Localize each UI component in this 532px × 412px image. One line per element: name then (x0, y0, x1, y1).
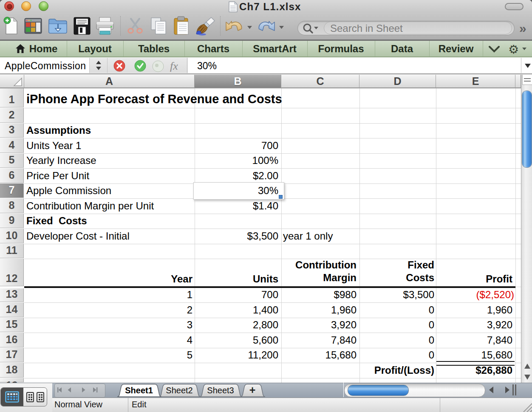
svg-text:Sheet1: Sheet1 (125, 386, 153, 395)
svg-text:Sheet3: Sheet3 (207, 386, 234, 395)
svg-text:Sheet2: Sheet2 (166, 386, 192, 395)
svg-text:+: + (249, 384, 256, 396)
